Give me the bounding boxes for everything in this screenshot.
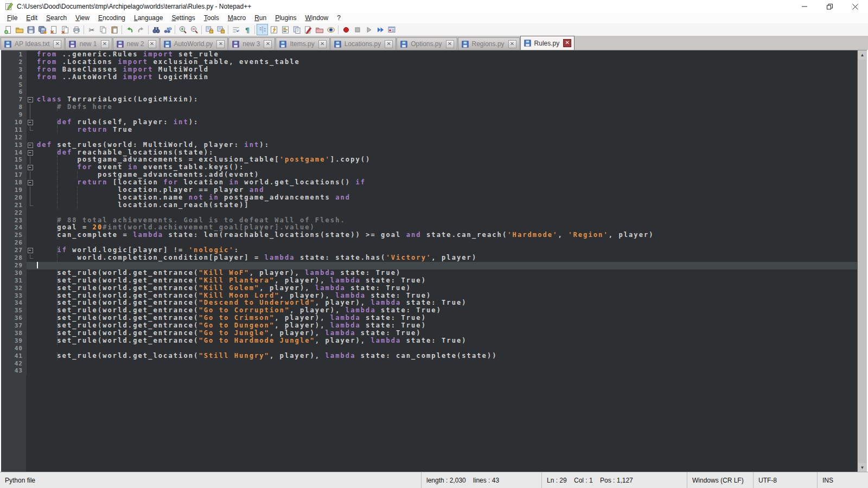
code-line-6[interactable]: 6 xyxy=(1,88,858,96)
code-line-14[interactable]: 14 def reachable_locations(state): xyxy=(1,149,858,157)
tab-close-icon[interactable]: ✕ xyxy=(446,40,454,48)
menu-encoding[interactable]: Encoding xyxy=(94,14,130,23)
tab-ap-ideas-txt[interactable]: AP Ideas.txt✕ xyxy=(1,37,65,50)
code-line-12[interactable]: 12 xyxy=(1,134,858,142)
tab-rules-py[interactable]: Rules.py✕ xyxy=(520,36,575,50)
tab-autoworld-py[interactable]: AutoWorld.py✕ xyxy=(160,37,228,50)
menu-edit[interactable]: Edit xyxy=(22,14,42,23)
code-line-40[interactable]: 40 xyxy=(1,345,858,352)
tab-close-icon[interactable]: ✕ xyxy=(563,39,571,47)
document-switcher-icon[interactable] xyxy=(291,24,302,35)
code-line-13[interactable]: 13def set_rules(world: MultiWorld, playe… xyxy=(1,142,858,149)
edit-marker-icon[interactable] xyxy=(302,24,314,35)
menu-settings[interactable]: Settings xyxy=(167,14,199,23)
menu-macro[interactable]: Macro xyxy=(224,14,250,23)
tab-close-icon[interactable]: ✕ xyxy=(216,40,225,48)
tab-regions-py[interactable]: Regions.py✕ xyxy=(458,37,520,50)
code-line-2[interactable]: 2from .Locations import exclusion_table,… xyxy=(1,59,858,66)
undo-icon[interactable] xyxy=(124,24,135,35)
code-line-29[interactable]: 29 xyxy=(1,262,858,269)
menu-window[interactable]: Window xyxy=(301,14,333,23)
code-line-33[interactable]: 33 set_rule(world.get_entrance("Kill Moo… xyxy=(1,292,858,300)
close-icon[interactable] xyxy=(48,24,59,35)
code-line-42[interactable]: 42 xyxy=(1,360,858,368)
code-line-38[interactable]: 38 set_rule(world.get_entrance("Go to Ju… xyxy=(1,330,858,337)
code-line-27[interactable]: 27 if world.logic[player] != 'nologic': xyxy=(1,247,858,254)
code-line-10[interactable]: 10 def rule(self, player: int): xyxy=(1,119,858,126)
show-all-characters-icon[interactable]: ¶ xyxy=(241,24,253,35)
code-line-8[interactable]: 8 # Defs here xyxy=(1,104,858,111)
tab-close-icon[interactable]: ✕ xyxy=(101,40,109,48)
fold-collapse-icon[interactable] xyxy=(27,247,35,254)
function-list-icon[interactable] xyxy=(268,24,279,35)
code-line-5[interactable]: 5 xyxy=(1,81,858,89)
menu-search[interactable]: Search xyxy=(42,14,71,23)
close-button[interactable] xyxy=(843,0,868,13)
redo-icon[interactable] xyxy=(135,24,146,35)
zoom-out-icon[interactable] xyxy=(188,24,200,35)
code-line-24[interactable]: 24 goal = 20#int(world.achievement_goal[… xyxy=(1,224,858,232)
cut-icon[interactable]: ✂ xyxy=(86,24,97,35)
tab-close-icon[interactable]: ✕ xyxy=(385,40,393,48)
macro-record-icon[interactable] xyxy=(340,24,352,35)
restore-button[interactable] xyxy=(817,0,843,13)
word-wrap-icon[interactable] xyxy=(230,24,241,35)
tab-locations-py[interactable]: Locations.py✕ xyxy=(330,37,396,50)
macro-stop-icon[interactable] xyxy=(352,24,363,35)
sync-scroll-v-icon[interactable] xyxy=(203,24,215,35)
code-line-41[interactable]: 41 set_rule(world.get_location("Still Hu… xyxy=(1,352,858,360)
menu-view[interactable]: View xyxy=(71,14,94,23)
fold-collapse-icon[interactable] xyxy=(27,179,35,187)
macro-play-icon[interactable] xyxy=(363,24,374,35)
code-line-39[interactable]: 39 set_rule(world.get_entrance("Go to Ha… xyxy=(1,337,858,345)
code-line-7[interactable]: 7class TerrariaLogic(LogicMixin): xyxy=(1,96,858,104)
paste-icon[interactable] xyxy=(108,24,120,35)
find-icon[interactable] xyxy=(150,24,162,35)
new-file-icon[interactable] xyxy=(2,24,14,35)
code-line-43[interactable]: 43 xyxy=(1,367,858,375)
macro-run-multiple-icon[interactable] xyxy=(374,24,386,35)
fold-collapse-icon[interactable] xyxy=(27,119,35,126)
folder-as-workspace-icon[interactable] xyxy=(314,24,325,35)
code-line-1[interactable]: 1from ..generic.Rules import set_rule xyxy=(1,51,858,59)
code-line-3[interactable]: 3from BaseClasses import MultiWorld xyxy=(1,66,858,74)
scroll-up-arrow[interactable]: ▲ xyxy=(858,50,867,60)
code-line-34[interactable]: 34 set_rule(world.get_entrance("Descend … xyxy=(1,299,858,307)
macro-save-icon[interactable] xyxy=(386,24,397,35)
monitoring-eye-icon[interactable] xyxy=(325,24,336,35)
code-line-31[interactable]: 31 set_rule(world.get_entrance("Kill Pla… xyxy=(1,277,858,285)
menu-run[interactable]: Run xyxy=(250,14,271,23)
scrollbar-thumb[interactable] xyxy=(858,60,866,463)
copy-icon[interactable] xyxy=(97,24,108,35)
save-icon[interactable] xyxy=(25,24,36,35)
code-line-19[interactable]: 19 location.player == player and xyxy=(1,187,858,194)
tab-close-icon[interactable]: ✕ xyxy=(508,40,516,48)
tab-options-py[interactable]: Options.py✕ xyxy=(397,37,457,50)
code-line-35[interactable]: 35 set_rule(world.get_entrance("Go to Co… xyxy=(1,307,858,314)
code-line-23[interactable]: 23 # 88 total achievements. Goal is to d… xyxy=(1,217,858,224)
menu-plugins[interactable]: Plugins xyxy=(271,14,301,23)
code-editor[interactable]: 1from ..generic.Rules import set_rule2fr… xyxy=(1,50,867,472)
code-line-20[interactable]: 20 location.name not in postgame_advance… xyxy=(1,194,858,202)
code-line-4[interactable]: 4from ..AutoWorld import LogicMixin xyxy=(1,74,858,81)
menu-help[interactable]: ? xyxy=(333,14,345,23)
fold-collapse-icon[interactable] xyxy=(27,142,35,149)
open-file-icon[interactable] xyxy=(14,24,25,35)
code-line-25[interactable]: 25 can_complete = lambda state: len(reac… xyxy=(1,232,858,239)
fold-collapse-icon[interactable] xyxy=(27,164,35,171)
vertical-scrollbar[interactable]: ▲ ▼ xyxy=(857,50,867,472)
close-all-icon[interactable] xyxy=(59,24,71,35)
zoom-in-icon[interactable] xyxy=(177,24,188,35)
tab-close-icon[interactable]: ✕ xyxy=(53,40,61,48)
tab-close-icon[interactable]: ✕ xyxy=(318,40,327,48)
minimize-button[interactable] xyxy=(792,0,817,13)
tab-items-py[interactable]: Items.py✕ xyxy=(276,37,329,50)
code-line-15[interactable]: 15 postgame_advancements = exclusion_tab… xyxy=(1,156,858,164)
document-map-icon[interactable] xyxy=(279,24,291,35)
scroll-down-arrow[interactable]: ▼ xyxy=(858,463,867,472)
tab-new-3[interactable]: new 3✕ xyxy=(228,37,275,50)
code-line-17[interactable]: 17 postgame_advancements.add(event) xyxy=(1,171,858,179)
save-all-icon[interactable] xyxy=(36,24,48,35)
code-line-36[interactable]: 36 set_rule(world.get_entrance("Go to Cr… xyxy=(1,314,858,322)
code-line-21[interactable]: 21 location.can_reach(state)] xyxy=(1,202,858,209)
